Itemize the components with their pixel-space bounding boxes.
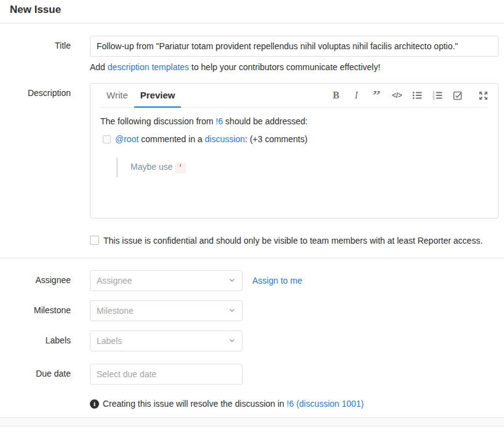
confidential-checkbox[interactable]	[90, 236, 99, 245]
markdown-editor-header: Write Preview B I ” </> 123	[100, 84, 488, 108]
assignee-label: Assignee	[0, 270, 71, 291]
resolve-note-row: i Creating this issue will resolve the d…	[0, 399, 504, 409]
title-label: Title	[0, 36, 71, 72]
italic-icon[interactable]: I	[351, 90, 361, 101]
milestone-row: Milestone Milestone	[0, 300, 504, 321]
title-help-text: Add description templates to help your c…	[90, 62, 498, 72]
title-help-suffix: to help your contributors communicate ef…	[189, 62, 380, 72]
preview-line-prefix: The following discussion from	[100, 116, 216, 126]
markdown-preview: The following discussion from !6 should …	[90, 108, 498, 177]
confidential-row: This issue is confidential and should on…	[0, 234, 504, 247]
title-input[interactable]	[90, 36, 498, 57]
quote-text: Maybe use	[130, 162, 175, 172]
task-text-mid: commented in a	[138, 134, 204, 144]
page-header: New Issue	[0, 0, 504, 23]
title-row: Title Add description templates to help …	[0, 36, 504, 72]
section-divider	[0, 258, 504, 258]
description-templates-link[interactable]: description templates	[108, 62, 189, 72]
assignee-select-placeholder: Assignee	[97, 276, 132, 286]
fullscreen-icon[interactable]	[478, 91, 488, 100]
confidential-checkbox-label[interactable]: This issue is confidential and should on…	[90, 234, 498, 247]
chevron-down-icon	[228, 276, 236, 286]
labels-row: Labels Labels	[0, 330, 504, 351]
tab-preview[interactable]: Preview	[134, 84, 182, 108]
resolve-discussion-link[interactable]: !6 (discussion 1001)	[287, 399, 364, 409]
tab-write[interactable]: Write	[100, 84, 134, 108]
page-title: New Issue	[10, 4, 494, 16]
milestone-select-placeholder: Milestone	[97, 306, 134, 316]
labels-select[interactable]: Labels	[90, 330, 242, 351]
code-icon[interactable]: </>	[392, 91, 402, 100]
description-row: Description Write Preview B I ” </> 123	[0, 83, 504, 218]
markdown-editor: Write Preview B I ” </> 123	[90, 83, 498, 218]
task-text-suffix: : (+3 comments)	[245, 134, 308, 144]
task-list: @root commented in a discussion: (+3 com…	[100, 134, 488, 177]
list-bulleted-icon[interactable]	[412, 90, 422, 100]
labels-select-placeholder: Labels	[97, 336, 122, 346]
quote-icon[interactable]: ”	[372, 91, 382, 100]
markdown-toolbar: B I ” </> 123	[331, 84, 488, 107]
milestone-select[interactable]: Milestone	[90, 300, 242, 321]
labels-label: Labels	[0, 330, 71, 351]
due-date-input[interactable]	[90, 364, 242, 385]
list-numbered-icon[interactable]: 123	[433, 90, 442, 100]
assignee-row: Assignee Assignee Assign to me	[0, 270, 504, 291]
task-list-icon[interactable]	[453, 90, 463, 100]
due-date-row: Due date	[0, 364, 504, 385]
preview-line-suffix: should be addressed:	[223, 116, 308, 126]
svg-text:3: 3	[433, 97, 434, 100]
description-label: Description	[0, 83, 71, 218]
resolve-note-text: Creating this issue will resolve the dis…	[103, 399, 364, 409]
assignee-select[interactable]: Assignee	[90, 270, 242, 291]
resolve-note: i Creating this issue will resolve the d…	[90, 399, 498, 409]
milestone-label: Milestone	[0, 300, 71, 321]
user-mention-link[interactable]: @root	[115, 134, 138, 144]
title-help-prefix: Add	[90, 62, 108, 72]
bold-icon[interactable]: B	[331, 90, 341, 101]
assign-to-me-link[interactable]: Assign to me	[252, 276, 302, 286]
info-icon: i	[90, 399, 99, 409]
preview-line: The following discussion from !6 should …	[100, 116, 488, 128]
chevron-down-icon	[228, 306, 236, 316]
resolve-note-prefix: Creating this issue will resolve the dis…	[103, 399, 287, 409]
confidential-text: This issue is confidential and should on…	[103, 234, 482, 247]
form-actions-footer	[0, 418, 504, 426]
discussion-link[interactable]: discussion	[205, 134, 245, 144]
chevron-down-icon	[228, 336, 236, 346]
inline-code: '	[175, 162, 185, 174]
quoted-comment: Maybe use '	[116, 158, 488, 177]
task-checkbox	[103, 135, 111, 143]
task-list-item: @root commented in a discussion: (+3 com…	[103, 134, 488, 177]
due-date-label: Due date	[0, 364, 71, 385]
merge-request-link[interactable]: !6	[216, 116, 223, 126]
